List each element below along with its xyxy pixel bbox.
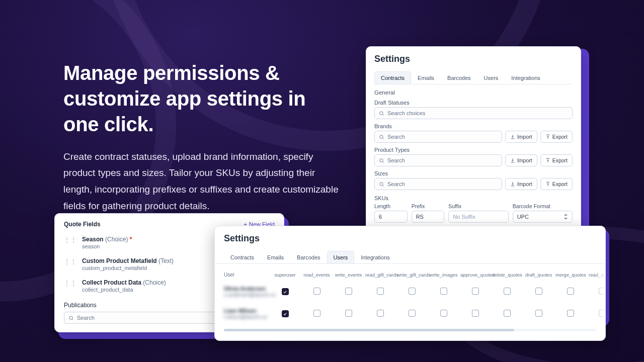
checkbox[interactable] [535, 288, 542, 295]
settings-card-contracts: Settings Contracts Emails Barcodes Users… [366, 46, 581, 240]
checkbox[interactable] [377, 288, 384, 295]
upload-icon [545, 182, 550, 187]
tab-integrations[interactable]: Integrations [354, 251, 396, 263]
users-tabs: Contracts Emails Barcodes Users Integrat… [215, 251, 605, 264]
brands-search[interactable]: Search [374, 131, 502, 143]
checkbox[interactable] [377, 310, 384, 317]
checkbox[interactable] [535, 310, 542, 317]
tab-emails[interactable]: Emails [411, 71, 441, 84]
table-row: Liam Wilsonl.wilson@launch.co [224, 303, 596, 325]
brands-import-button[interactable]: Import [505, 131, 537, 143]
checkbox[interactable] [504, 310, 511, 317]
download-icon [510, 134, 515, 139]
permission-cell [491, 285, 523, 299]
drag-handle-icon[interactable]: ⋮⋮ [64, 236, 77, 243]
svg-point-4 [380, 158, 383, 161]
suffix-input[interactable]: No Suffix [448, 211, 508, 223]
svg-line-1 [383, 114, 384, 115]
checkbox[interactable] [440, 288, 447, 295]
product-types-import-button[interactable]: Import [505, 154, 537, 166]
label-length: Length [374, 203, 408, 209]
tab-barcodes[interactable]: Barcodes [441, 71, 477, 84]
search-icon [68, 315, 74, 321]
sizes-export-button[interactable]: Export [540, 178, 573, 190]
checkbox[interactable] [345, 288, 352, 295]
checkbox[interactable] [313, 310, 320, 317]
product-types-export-button[interactable]: Export [540, 154, 573, 166]
col-permission: delete_quotes [491, 269, 523, 281]
permission-cell [333, 307, 364, 321]
svg-point-2 [380, 135, 383, 138]
barcode-format-select[interactable]: UPC [513, 211, 573, 223]
brands-export-button[interactable]: Export [540, 131, 573, 143]
permission-cell [491, 307, 523, 321]
prefix-input[interactable]: RS [412, 211, 445, 223]
search-icon [379, 111, 384, 116]
col-permission: write_gift_cards [396, 269, 428, 281]
checkbox[interactable] [282, 288, 289, 295]
permission-cell [333, 285, 364, 299]
checkbox[interactable] [440, 310, 447, 317]
length-input[interactable]: 6 [374, 211, 408, 223]
permission-cell [428, 285, 459, 299]
tab-barcodes[interactable]: Barcodes [290, 251, 327, 263]
drag-handle-icon[interactable]: ⋮⋮ [64, 257, 77, 264]
settings-card-users: Settings Contracts Emails Barcodes Users… [214, 226, 606, 341]
draft-statuses-search[interactable]: Search choices [374, 107, 573, 119]
svg-line-3 [383, 138, 384, 139]
label-skus: SKUs [374, 195, 573, 201]
checkbox[interactable] [313, 288, 320, 295]
col-user: User [224, 269, 269, 281]
user-cell: Liam Wilsonl.wilson@launch.co [224, 303, 269, 325]
checkbox[interactable] [567, 288, 574, 295]
checkbox[interactable] [345, 310, 352, 317]
product-types-search[interactable]: Search [374, 154, 502, 166]
label-prefix: Prefix [412, 203, 445, 209]
placeholder: Search [387, 181, 405, 187]
svg-line-7 [383, 185, 384, 186]
drag-handle-icon[interactable]: ⋮⋮ [64, 279, 77, 286]
permission-cell [396, 307, 428, 321]
permissions-table: Usersuperuserread_eventswrite_eventsread… [215, 269, 605, 325]
checkbox[interactable] [409, 288, 416, 295]
search-icon [379, 134, 384, 140]
horizontal-scrollbar[interactable] [224, 329, 596, 331]
permission-cell [269, 307, 301, 320]
svg-point-8 [69, 316, 72, 319]
permission-cell [554, 285, 586, 299]
checkbox[interactable] [504, 288, 511, 295]
quote-fields-title: Quote Fields [64, 221, 101, 228]
checkbox[interactable] [409, 310, 416, 317]
col-permission: superuser [269, 269, 301, 281]
tab-contracts[interactable]: Contracts [224, 251, 261, 263]
scrollbar-thumb[interactable] [224, 329, 514, 331]
permission-cell [428, 307, 459, 321]
download-icon [510, 158, 515, 163]
sizes-import-button[interactable]: Import [505, 178, 537, 190]
tab-integrations[interactable]: Integrations [505, 71, 546, 84]
checkbox[interactable] [472, 310, 479, 317]
col-permission: approve_quotes [459, 269, 491, 281]
label-barcode-format: Barcode Format [513, 203, 573, 209]
upload-icon [545, 134, 550, 139]
tab-emails[interactable]: Emails [261, 251, 290, 263]
col-permission: write_events [333, 269, 364, 281]
checkbox[interactable] [472, 288, 479, 295]
user-cell: Olivia Anderseno.andersen@launch.co [224, 281, 269, 303]
tab-users[interactable]: Users [327, 251, 355, 263]
chevron-updown-icon [564, 214, 568, 220]
label-draft-statuses: Draft Statuses [374, 100, 573, 106]
permission-cell [459, 307, 491, 321]
label-sizes: Sizes [374, 170, 573, 176]
tab-users[interactable]: Users [477, 71, 505, 84]
permission-cell [459, 285, 491, 299]
tab-contracts[interactable]: Contracts [374, 71, 411, 84]
checkbox[interactable] [282, 310, 289, 317]
sizes-search[interactable]: Search [374, 178, 502, 190]
svg-line-9 [72, 319, 73, 320]
label-brands: Brands [374, 123, 573, 129]
checkbox[interactable] [567, 310, 574, 317]
permission-cell [301, 307, 333, 321]
col-permission: write_images [428, 269, 459, 281]
fade-overlay [595, 269, 605, 325]
